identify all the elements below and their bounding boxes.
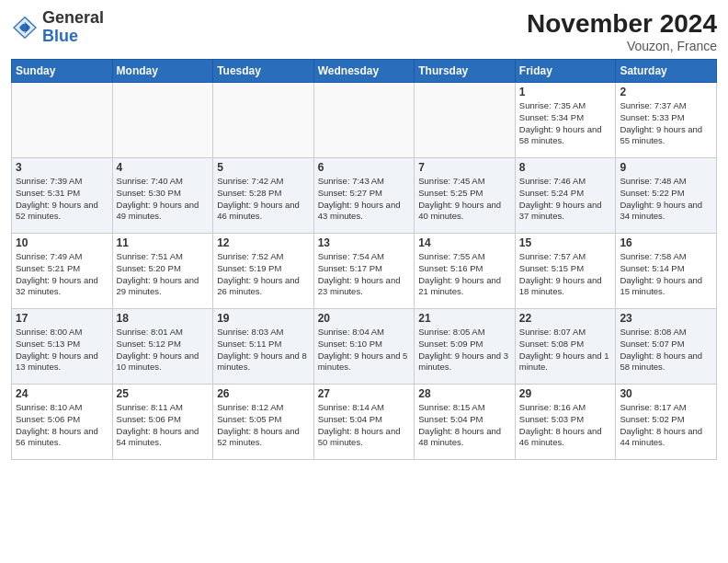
calendar-week-4: 17Sunrise: 8:00 AM Sunset: 5:13 PM Dayli… bbox=[12, 309, 717, 385]
day-number: 26 bbox=[217, 387, 310, 400]
day-number: 9 bbox=[620, 161, 712, 174]
day-info: Sunrise: 7:37 AM Sunset: 5:33 PM Dayligh… bbox=[620, 100, 712, 147]
day-number: 18 bbox=[117, 312, 210, 325]
logo-icon bbox=[11, 14, 39, 41]
calendar-day: 14Sunrise: 7:55 AM Sunset: 5:16 PM Dayli… bbox=[415, 234, 516, 309]
calendar-day: 5Sunrise: 7:42 AM Sunset: 5:28 PM Daylig… bbox=[213, 158, 314, 234]
calendar-day: 21Sunrise: 8:05 AM Sunset: 5:09 PM Dayli… bbox=[415, 309, 516, 385]
day-number: 28 bbox=[418, 387, 511, 400]
calendar-day bbox=[112, 83, 213, 158]
calendar-day: 23Sunrise: 8:08 AM Sunset: 5:07 PM Dayli… bbox=[616, 309, 717, 385]
calendar-day: 26Sunrise: 8:12 AM Sunset: 5:05 PM Dayli… bbox=[213, 385, 314, 460]
logo-blue: Blue bbox=[42, 28, 104, 46]
day-info: Sunrise: 8:00 AM Sunset: 5:13 PM Dayligh… bbox=[16, 327, 108, 373]
header-tuesday: Tuesday bbox=[213, 60, 314, 83]
day-info: Sunrise: 7:49 AM Sunset: 5:21 PM Dayligh… bbox=[16, 251, 108, 298]
day-info: Sunrise: 7:51 AM Sunset: 5:20 PM Dayligh… bbox=[117, 251, 210, 298]
day-info: Sunrise: 7:58 AM Sunset: 5:14 PM Dayligh… bbox=[620, 251, 712, 298]
header-thursday: Thursday bbox=[415, 60, 516, 83]
calendar-day: 18Sunrise: 8:01 AM Sunset: 5:12 PM Dayli… bbox=[112, 309, 213, 385]
day-info: Sunrise: 8:15 AM Sunset: 5:04 PM Dayligh… bbox=[418, 402, 511, 449]
day-info: Sunrise: 7:40 AM Sunset: 5:30 PM Dayligh… bbox=[117, 176, 210, 223]
day-number: 16 bbox=[620, 236, 712, 249]
day-number: 29 bbox=[519, 387, 612, 400]
day-info: Sunrise: 7:46 AM Sunset: 5:24 PM Dayligh… bbox=[519, 176, 612, 223]
day-info: Sunrise: 7:54 AM Sunset: 5:17 PM Dayligh… bbox=[318, 251, 411, 298]
calendar-day: 13Sunrise: 7:54 AM Sunset: 5:17 PM Dayli… bbox=[313, 234, 415, 309]
calendar-header: Sunday Monday Tuesday Wednesday Thursday… bbox=[12, 60, 717, 83]
calendar-day: 11Sunrise: 7:51 AM Sunset: 5:20 PM Dayli… bbox=[112, 234, 213, 309]
header-saturday: Saturday bbox=[616, 60, 717, 83]
day-info: Sunrise: 8:08 AM Sunset: 5:07 PM Dayligh… bbox=[620, 327, 712, 373]
day-number: 15 bbox=[519, 236, 612, 249]
header-friday: Friday bbox=[515, 60, 616, 83]
day-info: Sunrise: 8:12 AM Sunset: 5:05 PM Dayligh… bbox=[217, 402, 310, 449]
day-number: 17 bbox=[16, 312, 108, 325]
day-info: Sunrise: 8:03 AM Sunset: 5:11 PM Dayligh… bbox=[217, 327, 310, 373]
calendar-day bbox=[313, 83, 415, 158]
day-info: Sunrise: 7:42 AM Sunset: 5:28 PM Dayligh… bbox=[217, 176, 310, 223]
calendar-body: 1Sunrise: 7:35 AM Sunset: 5:34 PM Daylig… bbox=[12, 83, 717, 460]
day-number: 12 bbox=[217, 236, 310, 249]
calendar-day: 28Sunrise: 8:15 AM Sunset: 5:04 PM Dayli… bbox=[415, 385, 516, 460]
day-info: Sunrise: 8:16 AM Sunset: 5:03 PM Dayligh… bbox=[519, 402, 612, 449]
calendar-week-1: 1Sunrise: 7:35 AM Sunset: 5:34 PM Daylig… bbox=[12, 83, 717, 158]
day-info: Sunrise: 7:57 AM Sunset: 5:15 PM Dayligh… bbox=[519, 251, 612, 298]
calendar-day bbox=[213, 83, 314, 158]
calendar-day: 20Sunrise: 8:04 AM Sunset: 5:10 PM Dayli… bbox=[313, 309, 415, 385]
calendar-week-2: 3Sunrise: 7:39 AM Sunset: 5:31 PM Daylig… bbox=[12, 158, 717, 234]
calendar-day: 2Sunrise: 7:37 AM Sunset: 5:33 PM Daylig… bbox=[616, 83, 717, 158]
calendar-day: 8Sunrise: 7:46 AM Sunset: 5:24 PM Daylig… bbox=[515, 158, 616, 234]
day-number: 21 bbox=[418, 312, 511, 325]
calendar-day: 9Sunrise: 7:48 AM Sunset: 5:22 PM Daylig… bbox=[616, 158, 717, 234]
calendar-week-3: 10Sunrise: 7:49 AM Sunset: 5:21 PM Dayli… bbox=[12, 234, 717, 309]
day-number: 19 bbox=[217, 312, 310, 325]
day-number: 6 bbox=[318, 161, 411, 174]
day-number: 25 bbox=[117, 387, 210, 400]
title-block: November 2024 Vouzon, France bbox=[527, 9, 717, 53]
calendar-day: 7Sunrise: 7:45 AM Sunset: 5:25 PM Daylig… bbox=[415, 158, 516, 234]
day-number: 11 bbox=[117, 236, 210, 249]
logo: General Blue bbox=[11, 9, 104, 46]
calendar-day: 16Sunrise: 7:58 AM Sunset: 5:14 PM Dayli… bbox=[616, 234, 717, 309]
day-number: 1 bbox=[519, 86, 612, 98]
day-number: 3 bbox=[16, 161, 108, 174]
calendar-day bbox=[415, 83, 516, 158]
page-header: General Blue November 2024 Vouzon, Franc… bbox=[11, 9, 717, 53]
day-info: Sunrise: 7:48 AM Sunset: 5:22 PM Dayligh… bbox=[620, 176, 712, 223]
calendar-day: 30Sunrise: 8:17 AM Sunset: 5:02 PM Dayli… bbox=[616, 385, 717, 460]
month-year: November 2024 bbox=[527, 9, 717, 39]
day-number: 27 bbox=[318, 387, 411, 400]
day-info: Sunrise: 7:35 AM Sunset: 5:34 PM Dayligh… bbox=[519, 100, 612, 147]
day-number: 24 bbox=[16, 387, 108, 400]
day-number: 13 bbox=[318, 236, 411, 249]
calendar-day: 22Sunrise: 8:07 AM Sunset: 5:08 PM Dayli… bbox=[515, 309, 616, 385]
calendar-day: 15Sunrise: 7:57 AM Sunset: 5:15 PM Dayli… bbox=[515, 234, 616, 309]
day-number: 20 bbox=[318, 312, 411, 325]
day-info: Sunrise: 8:05 AM Sunset: 5:09 PM Dayligh… bbox=[418, 327, 511, 373]
calendar-week-5: 24Sunrise: 8:10 AM Sunset: 5:06 PM Dayli… bbox=[12, 385, 717, 460]
day-info: Sunrise: 7:55 AM Sunset: 5:16 PM Dayligh… bbox=[418, 251, 511, 298]
day-info: Sunrise: 8:14 AM Sunset: 5:04 PM Dayligh… bbox=[318, 402, 411, 449]
calendar-day: 12Sunrise: 7:52 AM Sunset: 5:19 PM Dayli… bbox=[213, 234, 314, 309]
day-number: 22 bbox=[519, 312, 612, 325]
calendar-day: 6Sunrise: 7:43 AM Sunset: 5:27 PM Daylig… bbox=[313, 158, 415, 234]
calendar-day bbox=[12, 83, 113, 158]
day-number: 30 bbox=[620, 387, 712, 400]
day-info: Sunrise: 8:01 AM Sunset: 5:12 PM Dayligh… bbox=[117, 327, 210, 373]
calendar-day: 10Sunrise: 7:49 AM Sunset: 5:21 PM Dayli… bbox=[12, 234, 113, 309]
day-number: 8 bbox=[519, 161, 612, 174]
logo-text: General Blue bbox=[42, 9, 104, 46]
days-header-row: Sunday Monday Tuesday Wednesday Thursday… bbox=[12, 60, 717, 83]
page-container: General Blue November 2024 Vouzon, Franc… bbox=[0, 0, 728, 563]
calendar-day: 24Sunrise: 8:10 AM Sunset: 5:06 PM Dayli… bbox=[12, 385, 113, 460]
calendar-day: 4Sunrise: 7:40 AM Sunset: 5:30 PM Daylig… bbox=[112, 158, 213, 234]
day-number: 2 bbox=[620, 86, 712, 98]
day-info: Sunrise: 7:43 AM Sunset: 5:27 PM Dayligh… bbox=[318, 176, 411, 223]
header-wednesday: Wednesday bbox=[313, 60, 415, 83]
header-sunday: Sunday bbox=[12, 60, 113, 83]
day-info: Sunrise: 7:52 AM Sunset: 5:19 PM Dayligh… bbox=[217, 251, 310, 298]
day-number: 5 bbox=[217, 161, 310, 174]
day-number: 14 bbox=[418, 236, 511, 249]
day-number: 4 bbox=[117, 161, 210, 174]
